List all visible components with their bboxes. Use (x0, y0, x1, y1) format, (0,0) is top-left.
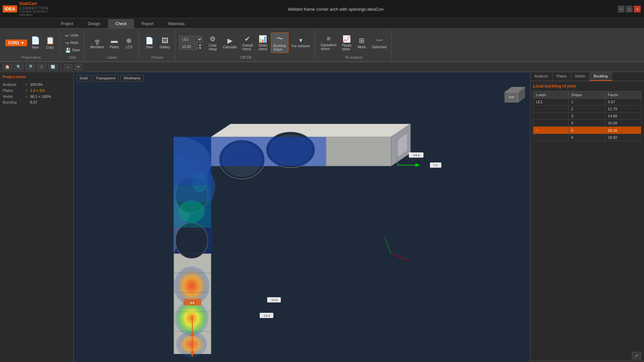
save-button[interactable]: 💾 Save (64, 47, 81, 54)
plates-button[interactable]: ▬ Plates (108, 36, 121, 50)
maximize-button[interactable]: □ (626, 6, 633, 12)
right-panel-content: Local buckling of joint Loads Shape Fact… (530, 81, 644, 361)
svg-text:-24.8: -24.8 (412, 153, 420, 157)
buckling-section-title: Local buckling of joint (533, 84, 641, 88)
ribbon: CON1 ▼ 📄 New 📋 Copy Project items ↩ Undo (0, 28, 644, 62)
lcs-button[interactable]: ⊕ LCS (122, 35, 136, 50)
ribbon-group-labels: ╦ Members ▬ Plates ⊕ LCS Labels (86, 30, 139, 60)
plates-label: Plates (110, 45, 119, 49)
shape-cell: 4 (569, 120, 605, 127)
strain-check-button[interactable]: 📊 Straincheck (256, 34, 270, 52)
tab-buckling-right[interactable]: Buckling (590, 72, 612, 81)
table-row[interactable]: 4 16.08 (533, 120, 641, 127)
members-button[interactable]: ╦ Members (88, 36, 106, 50)
for-extreme-label: For extreme (292, 44, 310, 48)
calculate-button[interactable]: ▶ Calculate (221, 35, 239, 50)
wireframe-view-button[interactable]: Wireframe (120, 75, 144, 81)
plates-icon: ▬ (111, 37, 118, 45)
table-row-selected[interactable]: ▶ 5 18.16 (533, 127, 641, 134)
analysis-label: Analysis (3, 82, 23, 86)
plastic-strain-button[interactable]: 📈 Plasticstrain (340, 34, 354, 52)
draw-button[interactable]: ✏ (74, 64, 82, 70)
ribbon-group-data: ↩ Undo ↪ Redo 💾 Save Data (61, 30, 84, 60)
new-picture-button[interactable]: 📄 New (143, 35, 156, 50)
undo-button[interactable]: ↩ Undo (64, 32, 81, 39)
loads-cell (533, 106, 569, 113)
svg-text:x: x (409, 258, 411, 262)
new-picture-icon: 📄 (145, 37, 154, 45)
row-indicator-cell: ▶ (533, 127, 569, 134)
view-cube[interactable]: TOP (498, 85, 525, 112)
welds-label-status: Welds (3, 95, 23, 99)
equivalent-stress-button[interactable]: ≡ Equivalentstress (319, 34, 339, 52)
tagline: Calculate yesterday's estimation (19, 10, 51, 17)
gallery-button[interactable]: 🖼 Gallery (158, 36, 172, 50)
strain-check-icon: 📊 (259, 35, 267, 43)
redo-icon: ↪ (65, 40, 69, 46)
con-dropdown[interactable]: CON1 ▼ (5, 40, 27, 46)
analysis-value: 100.0% (30, 82, 43, 86)
le1-select[interactable]: LE1 (179, 36, 203, 43)
ribbon-group-cbfem: LE1 ▲▼ ⚙ Codesetup ▶ Calculate ✔ Overall… (176, 30, 315, 60)
overall-check-button[interactable]: ✔ Overallcheck (240, 34, 255, 52)
factor-cell: 11.79 (605, 106, 641, 113)
toolbar: 🏠 🔍 🔎 ➕ 🔄 ↔ ✏ (0, 62, 644, 72)
tab-design[interactable]: Design (81, 19, 107, 28)
new-picture-label: New (146, 45, 153, 49)
welds-value: 98.1 < 100% (30, 95, 51, 99)
for-extreme-button[interactable]: ▼ For extreme (290, 36, 312, 49)
solid-view-button[interactable]: Solid (76, 75, 91, 81)
mesh-button[interactable]: ⊞ Mesh (355, 35, 369, 50)
copy-button[interactable]: 📋 Copy (43, 35, 57, 51)
tab-check[interactable]: Check (108, 19, 134, 28)
deformed-button[interactable]: 〰 Deformed (370, 36, 389, 50)
con-chevron-icon: ▼ (20, 41, 24, 45)
flip-button[interactable]: ↔ (64, 64, 72, 70)
lcs-icon: ⊕ (126, 37, 132, 45)
con-label: CON1 (8, 41, 19, 45)
redo-button[interactable]: ↪ Redo (64, 40, 81, 46)
table-row[interactable]: 3 14.68 (533, 113, 641, 120)
ribbon-group-fe-analysis: ≡ Equivalentstress 📈 Plasticstrain ⊞ Mes… (316, 30, 392, 60)
search-button[interactable]: 🔍 (14, 64, 23, 70)
plates-check-icon: ✓ (25, 88, 28, 93)
tab-report[interactable]: Report (135, 19, 161, 28)
viewport-toolbar: Solid Transparent Wireframe (76, 75, 144, 81)
buckling-shape-button[interactable]: 〜 Bucklingshape (271, 33, 288, 53)
logo: IDEA (3, 5, 17, 12)
home-button[interactable]: 🏠 (3, 64, 12, 70)
gallery-label: Gallery (160, 45, 170, 49)
spinner-up[interactable]: ▲▼ (198, 43, 202, 50)
tab-plates-right[interactable]: Plates (552, 72, 571, 81)
new-icon: 📄 (31, 36, 40, 45)
lcs-label: LCS (126, 45, 132, 49)
zoom-fit-button[interactable]: 🔎 (25, 64, 35, 70)
buckling-shape-label: Bucklingshape (273, 44, 286, 51)
code-setup-button[interactable]: ⚙ Codesetup (206, 34, 219, 52)
close-button[interactable]: ✕ (634, 6, 641, 12)
table-row[interactable]: 2 11.79 (533, 106, 641, 113)
factor-cell: 6.67 (605, 99, 641, 106)
add-button[interactable]: ➕ (37, 64, 46, 70)
ribbon-group-fe-label: FE analysis (345, 56, 363, 60)
transparent-view-button[interactable]: Transparent (93, 75, 118, 81)
tab-analysis-right[interactable]: Analysis (530, 72, 552, 81)
tab-welds-right[interactable]: Welds (571, 72, 590, 81)
undo-icon: ↩ (65, 33, 69, 38)
svg-text:7.2: 7.2 (433, 163, 438, 167)
refresh-button[interactable]: 🔄 (48, 64, 58, 70)
table-row[interactable]: LE1 1 6.67 (533, 99, 641, 106)
svg-marker-4 (211, 124, 410, 137)
table-row[interactable]: 6 18.50 (533, 134, 641, 141)
new-button-project[interactable]: 📄 New (29, 35, 42, 51)
plates-label-status: Plates (3, 88, 23, 93)
3d-model-svg: ◄► -24.8 7.2 -10.6 -23.6 x z (74, 72, 530, 362)
main-container: Project items Analysis ✓ 100.0% Plates ✓… (0, 72, 644, 362)
minimize-button[interactable]: ─ (618, 6, 625, 12)
expand-button[interactable]: ⤢ (632, 352, 641, 359)
save-label: Save (72, 48, 80, 52)
tab-materials[interactable]: Materials (161, 19, 192, 28)
tab-project[interactable]: Project (54, 19, 80, 28)
calculate-label: Calculate (223, 45, 237, 49)
buckling-value-input[interactable] (179, 44, 198, 50)
